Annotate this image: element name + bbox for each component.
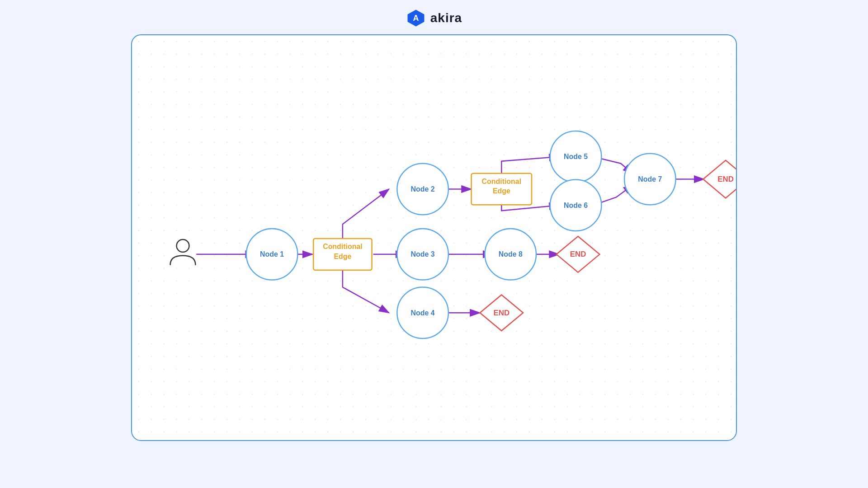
end1-label: END bbox=[717, 175, 734, 183]
logo-text: akira bbox=[430, 11, 462, 25]
cond1-label-line2: Edge bbox=[334, 253, 351, 260]
diagram-canvas: Node 1 Conditional Edge Node 2 Condition… bbox=[131, 34, 737, 441]
node6-label: Node 6 bbox=[564, 202, 588, 209]
node3-label: Node 3 bbox=[411, 250, 435, 258]
end3-label: END bbox=[493, 309, 509, 317]
cond2-label-line1: Conditional bbox=[482, 178, 521, 185]
node5-label: Node 5 bbox=[564, 153, 588, 160]
node7-label: Node 7 bbox=[638, 175, 662, 183]
end2-label: END bbox=[570, 250, 586, 258]
akira-logo-icon: A bbox=[406, 8, 426, 28]
node4-label: Node 4 bbox=[411, 309, 435, 317]
cond2-label-line2: Edge bbox=[493, 187, 510, 195]
node2-label: Node 2 bbox=[411, 185, 435, 193]
header: A akira bbox=[406, 0, 462, 34]
flow-diagram: Node 1 Conditional Edge Node 2 Condition… bbox=[132, 35, 736, 440]
node1-label: Node 1 bbox=[260, 250, 284, 258]
cond1-label-line1: Conditional bbox=[323, 243, 362, 250]
svg-text:A: A bbox=[413, 14, 419, 23]
node8-label: Node 8 bbox=[499, 250, 523, 258]
